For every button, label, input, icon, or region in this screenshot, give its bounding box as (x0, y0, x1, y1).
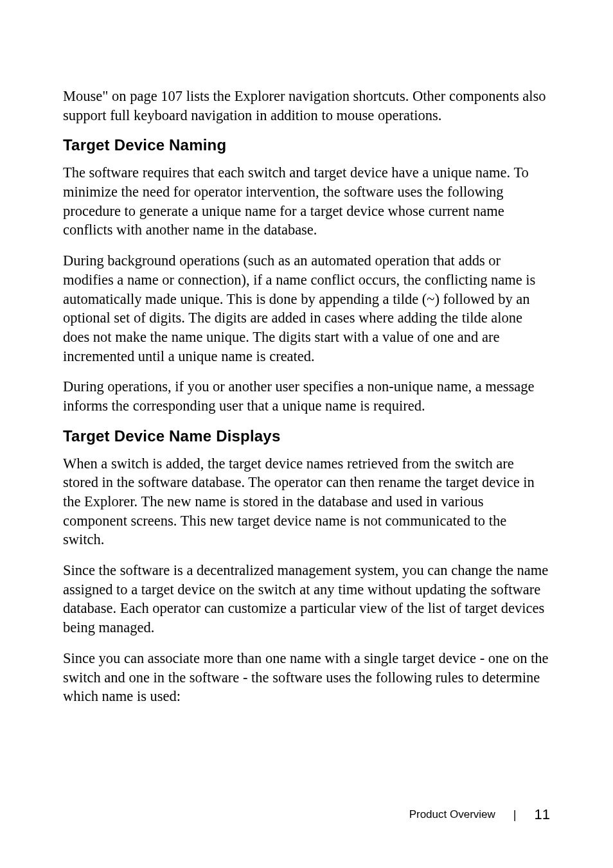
page-footer: Product Overview | 11 (409, 806, 550, 823)
section1-paragraph-3: During operations, if you or another use… (63, 377, 550, 415)
section2-paragraph-3: Since you can associate more than one na… (63, 649, 550, 706)
section1-paragraph-2: During background operations (such as an… (63, 251, 550, 366)
heading-target-device-name-displays: Target Device Name Displays (63, 427, 550, 445)
intro-paragraph: Mouse" on page 107 lists the Explorer na… (63, 87, 550, 125)
footer-separator: | (513, 808, 517, 822)
section1-paragraph-1: The software requires that each switch a… (63, 163, 550, 240)
footer-page-number: 11 (535, 806, 550, 823)
footer-section-label: Product Overview (409, 808, 495, 821)
section2-paragraph-2: Since the software is a decentralized ma… (63, 561, 550, 637)
page-content: Mouse" on page 107 lists the Explorer na… (0, 0, 613, 706)
section2-paragraph-1: When a switch is added, the target devic… (63, 454, 550, 549)
heading-target-device-naming: Target Device Naming (63, 136, 550, 154)
